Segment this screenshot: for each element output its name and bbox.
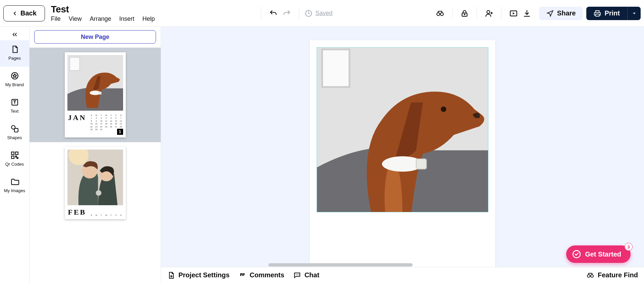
rail-label-qr-codes: Qr Codes [5, 162, 24, 167]
thumbnail-image [67, 150, 123, 205]
back-button[interactable]: Back [3, 5, 45, 21]
horizontal-scrollbar-thumb[interactable] [268, 263, 413, 267]
horizontal-scrollbar[interactable] [161, 263, 644, 267]
get-started-label: Get Started [585, 250, 621, 258]
print-dropdown[interactable] [627, 7, 641, 20]
svg-point-5 [487, 10, 490, 13]
send-icon [546, 10, 554, 17]
preview-button[interactable] [507, 7, 520, 20]
undo-button[interactable] [267, 7, 280, 20]
thumbnail-mini-calendar: SMTWTFS [90, 214, 123, 218]
comments-button[interactable]: Comments [238, 271, 284, 279]
svg-rect-10 [14, 128, 18, 132]
download-button[interactable] [520, 7, 534, 20]
check-circle-icon [572, 250, 581, 259]
svg-point-29 [171, 276, 172, 277]
page-thumbnail-slot[interactable]: FEB SMTWTFS [46, 142, 144, 224]
save-status: Saved [305, 9, 332, 17]
new-page-button[interactable]: New Page [34, 30, 156, 44]
svg-point-30 [296, 274, 297, 275]
print-group: Print [586, 7, 641, 20]
chevrons-left-icon [11, 31, 18, 38]
svg-point-25 [441, 107, 446, 112]
dog-image-icon [67, 55, 123, 111]
folder-icon [10, 177, 19, 186]
topbar: Back Test File View Arrange Insert Help … [0, 0, 644, 27]
rail-item-my-images[interactable]: My Images [0, 173, 29, 199]
collapse-panel-button[interactable] [11, 30, 18, 40]
lock-button[interactable] [458, 7, 471, 20]
title-block: Test File View Arrange Insert Help [51, 4, 155, 22]
document-title[interactable]: Test [51, 4, 155, 15]
pages-panel: New Page JAN [30, 27, 161, 283]
download-icon [523, 9, 531, 18]
menu-file[interactable]: File [51, 15, 61, 22]
text-icon [10, 98, 19, 107]
rail-label-my-images: My Images [4, 188, 25, 193]
search-button[interactable] [433, 7, 447, 20]
svg-rect-27 [416, 159, 427, 169]
thumbnail-mini-calendar: SMTWTFS123456789101112131415161718192021… [90, 114, 123, 128]
get-started-badge: 3 [625, 243, 633, 251]
page-thumbnails[interactable]: JAN SMTWTFS12345678910111213141516171819… [30, 48, 161, 283]
qr-icon [10, 151, 19, 160]
save-status-label: Saved [315, 10, 332, 17]
redo-button[interactable] [280, 7, 293, 20]
rail-item-shapes[interactable]: Shapes [0, 120, 29, 146]
project-settings-label: Project Settings [178, 271, 229, 279]
print-label: Print [604, 9, 620, 17]
main-area: Pages My Brand Text Shapes Qr Codes My I… [0, 27, 644, 283]
rail-item-text[interactable]: Text [0, 93, 29, 120]
canvas-selected-image[interactable] [317, 48, 488, 212]
svg-point-2 [440, 12, 443, 15]
svg-rect-13 [11, 156, 14, 159]
back-label: Back [20, 9, 37, 17]
share-label: Share [557, 9, 576, 17]
feature-find-button[interactable]: Feature Find [586, 271, 638, 279]
dog-image-icon [317, 48, 488, 212]
rail-label-shapes: Shapes [7, 135, 22, 140]
chat-icon [293, 271, 301, 279]
share-button[interactable]: Share [539, 7, 583, 20]
canvas-scroll[interactable] [161, 27, 644, 283]
svg-rect-15 [69, 57, 79, 71]
svg-rect-24 [322, 49, 350, 87]
redo-icon [282, 9, 291, 18]
get-started-button[interactable]: Get Started 3 [566, 245, 631, 263]
rail-item-pages[interactable]: Pages [0, 40, 29, 67]
menu-arrange[interactable]: Arrange [90, 15, 111, 22]
menu-view[interactable]: View [69, 15, 82, 22]
svg-rect-17 [98, 92, 101, 95]
svg-rect-12 [15, 152, 18, 155]
user-plus-icon [485, 9, 493, 18]
rail-label-text: Text [11, 109, 19, 114]
binoculars-icon [586, 271, 594, 279]
thumbnail-image [67, 55, 123, 111]
chevron-down-icon [632, 11, 636, 15]
quote-icon [238, 271, 246, 279]
rail-item-qr-codes[interactable]: Qr Codes [0, 146, 29, 173]
print-button[interactable]: Print [586, 7, 627, 20]
svg-point-1 [437, 12, 440, 15]
project-settings-button[interactable]: Project Settings [167, 271, 229, 279]
comments-label: Comments [250, 271, 284, 279]
page-thumbnail-slot[interactable]: JAN SMTWTFS12345678910111213141516171819… [30, 48, 161, 142]
canvas-area[interactable]: Get Started 3 [161, 27, 644, 283]
add-user-button[interactable] [482, 7, 496, 20]
chat-button[interactable]: Chat [293, 271, 319, 279]
left-rail: Pages My Brand Text Shapes Qr Codes My I… [0, 27, 30, 283]
shapes-icon [10, 124, 19, 133]
menu-insert[interactable]: Insert [119, 15, 135, 22]
canvas-page[interactable] [310, 40, 495, 283]
chat-label: Chat [305, 271, 319, 279]
svg-point-4 [464, 14, 465, 15]
page-thumbnail[interactable]: FEB SMTWTFS [65, 147, 126, 219]
couple-image-icon [67, 150, 123, 205]
svg-rect-11 [11, 152, 14, 155]
feature-find-label: Feature Find [598, 271, 638, 279]
binoculars-icon [436, 9, 444, 18]
page-thumbnail[interactable]: JAN SMTWTFS12345678910111213141516171819… [65, 52, 126, 137]
clock-icon [305, 9, 313, 17]
menu-help[interactable]: Help [143, 15, 155, 22]
rail-item-my-brand[interactable]: My Brand [0, 67, 29, 93]
